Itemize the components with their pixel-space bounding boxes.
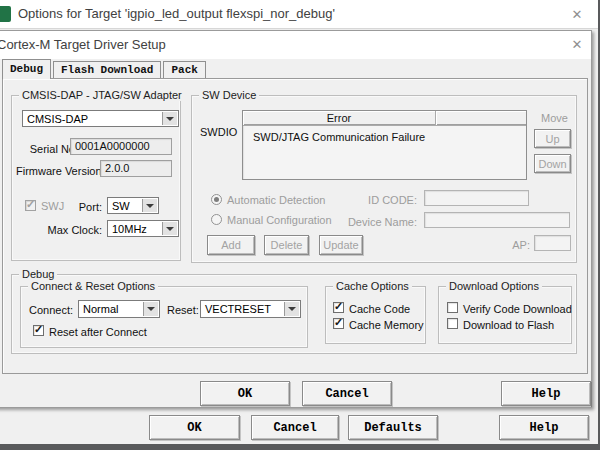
swdio-label: SWDIO	[200, 126, 237, 138]
outer-titlebar[interactable]: Options for Target 'igpio_led_output fle…	[0, 0, 598, 29]
manual-configuration-radio[interactable]	[211, 214, 222, 225]
cache-code-label: Cache Code	[349, 303, 410, 315]
connect-select[interactable]: Normal	[78, 300, 160, 318]
download-options-title: Download Options	[446, 280, 542, 292]
connect-reset-group-title: Connect & Reset Options	[28, 280, 158, 292]
update-button[interactable]: Update	[319, 235, 363, 255]
inner-dialog-title: Cortex-M Target Driver Setup	[0, 37, 166, 52]
reset-select-value: VECTRESET	[205, 303, 271, 315]
outer-help-button[interactable]: Help	[499, 415, 589, 440]
port-select-value: SW	[112, 200, 130, 212]
inner-cancel-button[interactable]: Cancel	[302, 381, 392, 406]
adapter-group-title: CMSIS-DAP - JTAG/SW Adapter	[19, 89, 185, 101]
tab-pack[interactable]: Pack	[163, 61, 205, 78]
manual-configuration-label: Manual Configuration	[227, 214, 332, 226]
adapter-select-value: CMSIS-DAP	[27, 113, 88, 125]
port-select[interactable]: SW	[107, 197, 159, 214]
close-icon[interactable]: ✕	[564, 5, 590, 24]
sw-device-table-header: Error	[243, 111, 526, 126]
port-label: Port:	[72, 201, 102, 213]
error-column-header[interactable]: Error	[243, 111, 436, 125]
blank-column-header[interactable]	[436, 111, 526, 125]
uvision-app-icon	[0, 6, 11, 22]
id-code-label: ID CODE:	[367, 194, 417, 206]
inner-titlebar[interactable]: Cortex-M Target Driver Setup ✕	[0, 31, 591, 59]
chevron-down-icon[interactable]	[142, 199, 157, 212]
move-up-button[interactable]: Up	[534, 129, 571, 148]
connect-label: Connect:	[29, 304, 73, 316]
max-clock-select-value: 10MHz	[112, 223, 147, 235]
cache-options-group: Cache Options Cache Code Cache Memory	[325, 286, 426, 344]
adapter-group: CMSIS-DAP - JTAG/SW Adapter CMSIS-DAP Se…	[11, 95, 181, 261]
automatic-detection-radio[interactable]	[211, 194, 222, 205]
table-row[interactable]: SWD/JTAG Communication Failure	[243, 131, 526, 143]
download-to-flash-checkbox[interactable]	[447, 318, 458, 329]
cache-options-title: Cache Options	[333, 280, 412, 292]
serial-no-field[interactable]: 0001A0000000	[70, 138, 172, 155]
tab-flash-download[interactable]: Flash Download	[53, 61, 161, 78]
download-to-flash-label: Download to Flash	[463, 319, 554, 331]
debug-group-title: Debug	[19, 268, 57, 280]
tab-debug[interactable]: Debug	[2, 59, 51, 79]
tabstrip: Debug Flash Download Pack	[2, 59, 208, 79]
max-clock-select[interactable]: 10MHz	[107, 220, 179, 237]
add-button[interactable]: Add	[207, 235, 255, 255]
delete-button[interactable]: Delete	[264, 235, 309, 255]
cache-memory-checkbox[interactable]	[333, 318, 344, 329]
chevron-down-icon[interactable]	[162, 222, 177, 235]
firmware-version-field[interactable]: 2.0.0	[100, 160, 172, 177]
download-options-group: Download Options Verify Code Download Do…	[438, 286, 572, 344]
reset-after-connect-checkbox[interactable]	[33, 325, 44, 336]
desktop-background: Options for Target 'igpio_led_output fle…	[0, 0, 600, 450]
connect-reset-group: Connect & Reset Options Connect: Normal …	[20, 286, 308, 348]
device-name-field[interactable]	[424, 212, 570, 228]
max-clock-label: Max Clock:	[40, 224, 102, 236]
inner-help-button[interactable]: Help	[501, 381, 591, 406]
ap-field[interactable]	[534, 235, 571, 251]
cache-memory-label: Cache Memory	[349, 319, 424, 331]
serial-no-label: Serial No:	[16, 143, 78, 155]
sw-device-group: SW Device SWDIO Error SWD/JTAG Communica…	[191, 95, 577, 263]
chevron-down-icon[interactable]	[284, 302, 299, 316]
id-code-field[interactable]	[424, 190, 529, 206]
outer-cancel-button[interactable]: Cancel	[251, 415, 339, 440]
sw-device-table[interactable]: Error SWD/JTAG Communication Failure	[242, 110, 527, 180]
connect-select-value: Normal	[83, 303, 118, 315]
reset-select[interactable]: VECTRESET	[200, 300, 301, 318]
inner-ok-button[interactable]: OK	[200, 381, 290, 406]
outer-dialog-title: Options for Target 'igpio_led_output fle…	[18, 6, 335, 21]
sw-device-group-title: SW Device	[199, 89, 259, 101]
swj-checkbox[interactable]	[25, 200, 36, 211]
reset-label: Reset:	[167, 304, 199, 316]
move-label: Move	[536, 112, 573, 124]
verify-code-download-checkbox[interactable]	[447, 302, 458, 313]
cortex-m-driver-setup-dialog: Cortex-M Target Driver Setup ✕ Debug Fla…	[0, 30, 592, 408]
verify-code-download-label: Verify Code Download	[463, 303, 572, 315]
adapter-select[interactable]: CMSIS-DAP	[22, 110, 179, 127]
device-name-label: Device Name:	[347, 216, 417, 228]
debug-options-group: Debug Connect & Reset Options Connect: N…	[11, 274, 577, 354]
move-down-button[interactable]: Down	[534, 154, 571, 173]
cache-code-checkbox[interactable]	[333, 302, 344, 313]
outer-defaults-button[interactable]: Defaults	[348, 415, 438, 440]
swj-label: SWJ	[41, 200, 64, 212]
outer-ok-button[interactable]: OK	[149, 415, 240, 440]
ap-label: AP:	[506, 239, 530, 251]
debug-tab-panel: CMSIS-DAP - JTAG/SW Adapter CMSIS-DAP Se…	[2, 78, 588, 374]
reset-after-connect-label: Reset after Connect	[49, 326, 147, 338]
chevron-down-icon[interactable]	[143, 302, 158, 316]
automatic-detection-label: Automatic Detection	[227, 194, 325, 206]
chevron-down-icon[interactable]	[162, 112, 177, 125]
firmware-version-label: Firmware Version:	[16, 165, 98, 177]
close-icon[interactable]: ✕	[564, 35, 590, 54]
